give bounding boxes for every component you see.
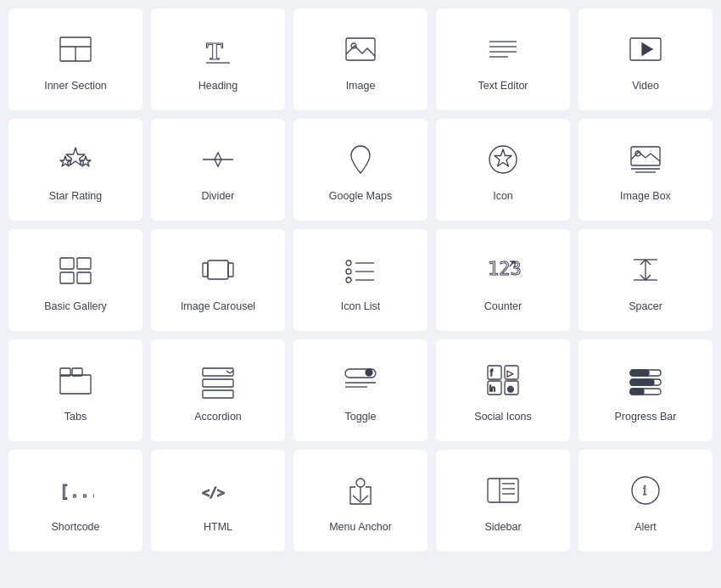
widget-label-spacer: Spacer bbox=[629, 300, 662, 312]
svg-marker-20 bbox=[495, 149, 511, 166]
widget-card-accordion[interactable]: Accordion bbox=[151, 339, 285, 441]
widget-card-html[interactable]: </>HTML bbox=[151, 450, 285, 552]
svg-rect-78 bbox=[488, 479, 518, 502]
widget-card-sidebar[interactable]: Sidebar bbox=[436, 450, 570, 552]
svg-marker-15 bbox=[81, 156, 91, 166]
widget-label-divider: Divider bbox=[202, 190, 235, 202]
widget-label-counter: Counter bbox=[484, 300, 522, 312]
svg-line-47 bbox=[640, 275, 646, 280]
image-box-icon bbox=[625, 139, 666, 180]
social-icons-icon: f▶in◎ bbox=[483, 360, 523, 400]
heading-icon: T bbox=[198, 29, 238, 70]
svg-text:◎: ◎ bbox=[507, 384, 514, 393]
widget-card-icon[interactable]: Icon bbox=[436, 119, 570, 221]
accordion-icon bbox=[198, 360, 238, 400]
progress-bar-icon bbox=[625, 360, 666, 400]
widget-label-social-icons: Social Icons bbox=[474, 411, 531, 423]
svg-rect-49 bbox=[60, 375, 91, 394]
svg-rect-54 bbox=[203, 390, 233, 398]
svg-text:[...]: [...] bbox=[59, 481, 94, 501]
image-icon bbox=[340, 29, 381, 70]
menu-anchor-icon bbox=[340, 470, 381, 511]
widget-card-text-editor[interactable]: Text Editor bbox=[436, 8, 570, 110]
widget-card-shortcode[interactable]: [...]Shortcode bbox=[8, 450, 143, 552]
widget-card-image[interactable]: Image bbox=[293, 8, 428, 110]
widget-label-menu-anchor: Menu Anchor bbox=[329, 521, 392, 533]
widget-card-video[interactable]: Video bbox=[578, 8, 713, 110]
svg-line-48 bbox=[646, 275, 651, 280]
svg-rect-28 bbox=[77, 272, 91, 283]
icon-list-icon bbox=[340, 249, 381, 290]
svg-text:123: 123 bbox=[488, 258, 522, 279]
svg-marker-13 bbox=[66, 148, 85, 165]
svg-rect-27 bbox=[60, 272, 74, 283]
widget-card-alert[interactable]: iAlert bbox=[578, 450, 713, 552]
video-icon bbox=[625, 29, 666, 70]
widget-label-icon: Icon bbox=[493, 190, 513, 202]
widget-label-tabs: Tabs bbox=[64, 411, 87, 423]
widget-label-inner-section: Inner Section bbox=[44, 80, 107, 92]
widget-card-basic-gallery[interactable]: Basic Gallery bbox=[8, 229, 143, 331]
svg-point-6 bbox=[351, 43, 356, 48]
svg-text:</>: </> bbox=[202, 485, 225, 501]
svg-point-18 bbox=[357, 152, 364, 159]
widget-label-text-editor: Text Editor bbox=[478, 80, 528, 92]
svg-point-36 bbox=[346, 277, 351, 283]
text-editor-icon bbox=[483, 29, 523, 70]
widget-label-image-box: Image Box bbox=[620, 190, 671, 202]
svg-rect-29 bbox=[208, 260, 228, 279]
spacer-icon bbox=[625, 249, 666, 290]
svg-text:i: i bbox=[643, 483, 647, 497]
widget-card-social-icons[interactable]: f▶in◎Social Icons bbox=[436, 339, 570, 441]
widget-label-video: Video bbox=[632, 80, 659, 92]
widget-grid: Inner SectionTHeadingImageText EditorVid… bbox=[8, 8, 713, 552]
svg-point-77 bbox=[356, 479, 365, 487]
toggle-icon bbox=[340, 360, 381, 400]
svg-point-22 bbox=[635, 151, 640, 156]
svg-rect-30 bbox=[203, 263, 208, 277]
widget-label-google-maps: Google Maps bbox=[329, 190, 392, 202]
widget-label-image: Image bbox=[346, 80, 376, 92]
counter-icon: 123 bbox=[483, 249, 523, 290]
widget-card-inner-section[interactable]: Inner Section bbox=[8, 8, 143, 110]
widget-label-image-carousel: Image Carousel bbox=[181, 300, 255, 312]
alert-icon: i bbox=[625, 470, 666, 511]
svg-text:f: f bbox=[490, 368, 493, 378]
widget-label-shortcode: Shortcode bbox=[52, 521, 100, 533]
widget-card-divider[interactable]: Divider bbox=[151, 119, 285, 221]
svg-text:in: in bbox=[489, 384, 495, 393]
widget-label-progress-bar: Progress Bar bbox=[615, 411, 677, 423]
svg-rect-25 bbox=[60, 258, 74, 269]
widget-card-star-rating[interactable]: Star Rating bbox=[8, 119, 143, 221]
widget-label-sidebar: Sidebar bbox=[484, 521, 521, 533]
icon-icon bbox=[483, 139, 523, 180]
widget-label-accordion: Accordion bbox=[194, 411, 242, 423]
tabs-icon bbox=[55, 360, 96, 400]
sidebar-icon bbox=[483, 470, 523, 511]
widget-card-google-maps[interactable]: Google Maps bbox=[293, 119, 428, 221]
widget-card-menu-anchor[interactable]: Menu Anchor bbox=[293, 450, 428, 552]
svg-rect-26 bbox=[77, 258, 91, 269]
widget-label-star-rating: Star Rating bbox=[49, 190, 103, 202]
widget-label-alert: Alert bbox=[634, 521, 657, 533]
widget-card-toggle[interactable]: Toggle bbox=[293, 339, 428, 441]
widget-label-icon-list: Icon List bbox=[341, 300, 381, 312]
svg-rect-31 bbox=[228, 263, 233, 277]
widget-card-tabs[interactable]: Tabs bbox=[8, 339, 143, 441]
widget-label-toggle: Toggle bbox=[345, 411, 377, 423]
inner-section-icon bbox=[55, 29, 96, 70]
widget-card-counter[interactable]: 123Counter bbox=[436, 229, 570, 331]
svg-marker-14 bbox=[60, 156, 70, 166]
svg-line-55 bbox=[226, 371, 230, 373]
svg-point-60 bbox=[366, 369, 372, 376]
svg-line-45 bbox=[640, 260, 646, 265]
widget-label-basic-gallery: Basic Gallery bbox=[44, 300, 107, 312]
widget-card-icon-list[interactable]: Icon List bbox=[293, 229, 428, 331]
widget-card-image-carousel[interactable]: Image Carousel bbox=[151, 229, 285, 331]
widget-card-image-box[interactable]: Image Box bbox=[578, 119, 713, 221]
svg-text:▶: ▶ bbox=[507, 369, 513, 378]
widget-card-heading[interactable]: THeading bbox=[151, 8, 285, 110]
widget-card-spacer[interactable]: Spacer bbox=[578, 229, 713, 331]
widget-card-progress-bar[interactable]: Progress Bar bbox=[578, 339, 713, 441]
html-icon: </> bbox=[198, 470, 238, 511]
